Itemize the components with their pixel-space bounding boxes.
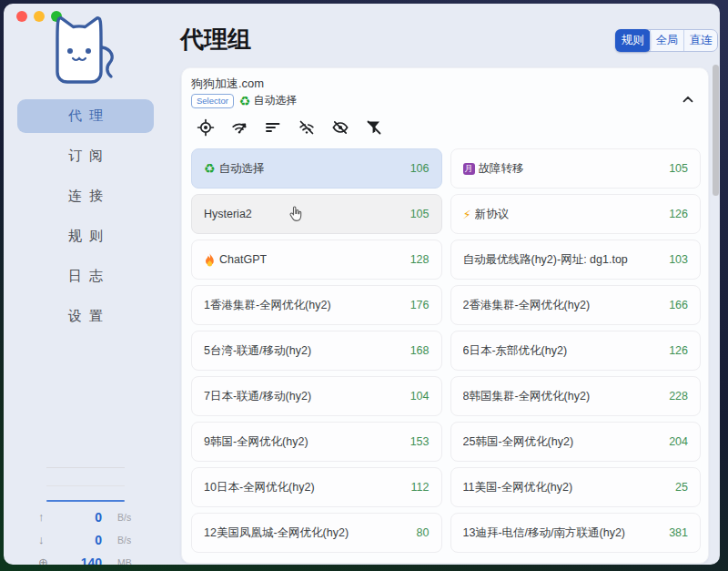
scrollbar-thumb[interactable] bbox=[713, 65, 719, 196]
proxy-name: 自动选择 bbox=[219, 161, 265, 177]
proxy-latency: 105 bbox=[410, 208, 430, 220]
speedtest-icon[interactable] bbox=[230, 118, 248, 137]
proxy-item[interactable]: ChatGPT128 bbox=[191, 240, 442, 280]
proxy-latency: 381 bbox=[669, 526, 688, 539]
recycle-icon: ♻ bbox=[239, 95, 251, 107]
proxy-name: 8韩国集群-全网优化(hy2) bbox=[463, 389, 591, 404]
proxy-latency: 25 bbox=[675, 481, 688, 494]
proxy-latency: 204 bbox=[669, 435, 688, 448]
stat-value: 0 bbox=[55, 510, 102, 525]
stat-row: ↓0B/s bbox=[38, 528, 146, 551]
proxy-item[interactable]: 10日本-全网优化(hy2)112 bbox=[191, 467, 442, 507]
proxy-item[interactable]: 25韩国-全网优化(hy2)204 bbox=[450, 422, 702, 462]
proxy-name: 12美国凤凰城-全网优化(hy2) bbox=[204, 525, 349, 541]
stat-unit: MB bbox=[117, 557, 132, 566]
stat-value: 140 bbox=[55, 556, 102, 566]
proxy-item[interactable]: 8韩国集群-全网优化(hy2)228 bbox=[450, 376, 702, 416]
group-type-badge: Selector bbox=[191, 94, 234, 108]
proxy-item[interactable]: 9韩国-全网优化(hy2)153 bbox=[191, 422, 442, 462]
proxy-grid: ♻自动选择106月故障转移105Hysteria2105⚡新协议126ChatG… bbox=[191, 148, 701, 553]
cat-logo bbox=[45, 15, 121, 93]
mode-button-全局[interactable]: 全局 bbox=[650, 30, 683, 51]
mode-button-规则[interactable]: 规则 bbox=[615, 29, 651, 52]
minimize-button[interactable] bbox=[34, 11, 45, 22]
arrow-down-icon: ↓ bbox=[38, 533, 55, 546]
page-title: 代理组 bbox=[180, 24, 251, 56]
proxy-item[interactable]: Hysteria2105 bbox=[191, 194, 442, 234]
proxy-name: 2香港集群-全网优化(hy2) bbox=[463, 298, 591, 313]
proxy-item[interactable]: 2香港集群-全网优化(hy2)166 bbox=[450, 285, 702, 325]
sidebar-item-日志[interactable]: 日志 bbox=[17, 260, 154, 293]
traffic-stats: ↑0B/s↓0B/s⊕140MB bbox=[38, 505, 146, 565]
stat-row: ↑0B/s bbox=[38, 505, 146, 528]
traffic-sparkline-grid bbox=[46, 485, 125, 486]
proxy-name: ChatGPT bbox=[219, 253, 267, 266]
filter-off-icon[interactable] bbox=[365, 118, 383, 137]
proxy-item[interactable]: 自动最优线路(hy2)-网址: dg1.top103 bbox=[450, 240, 702, 280]
close-button[interactable] bbox=[16, 11, 27, 22]
sort-icon[interactable] bbox=[264, 118, 282, 137]
proxy-item[interactable]: ⚡新协议126 bbox=[450, 194, 702, 234]
group-toolbar bbox=[197, 118, 383, 137]
proxy-latency: 166 bbox=[669, 299, 688, 311]
proxy-latency: 103 bbox=[669, 253, 688, 266]
group-selected-proxy: ♻ 自动选择 bbox=[239, 93, 298, 108]
chevron-up-icon[interactable] bbox=[682, 90, 693, 107]
purple-badge-icon: 月 bbox=[463, 163, 475, 175]
proxy-group-card: 狗狗加速.com Selector ♻ 自动选择 ♻自动选择106月故障转移10… bbox=[181, 67, 709, 564]
proxy-name: 新协议 bbox=[475, 207, 510, 222]
group-name: 狗狗加速.com bbox=[191, 76, 264, 92]
proxy-name: 5台湾-联通/移动(hy2) bbox=[204, 343, 311, 359]
stat-value: 0 bbox=[55, 533, 102, 547]
sidebar-item-设置[interactable]: 设置 bbox=[17, 300, 154, 333]
proxy-latency: 80 bbox=[417, 526, 430, 539]
proxy-name: 1香港集群-全网优化(hy2) bbox=[204, 298, 331, 313]
eye-off-icon[interactable] bbox=[331, 118, 349, 137]
proxy-name: 6日本-东部优化(hy2) bbox=[463, 343, 568, 359]
stat-row: ⊕140MB bbox=[38, 551, 146, 565]
proxy-name: 7日本-联通/移动(hy2) bbox=[204, 389, 311, 404]
proxy-latency: 176 bbox=[410, 299, 430, 311]
proxy-latency: 106 bbox=[410, 162, 430, 175]
proxy-name: 13迪拜-电信/移动/南方联通(hy2) bbox=[463, 525, 626, 541]
proxy-latency: 126 bbox=[669, 344, 688, 357]
recycle-icon: ♻ bbox=[204, 162, 216, 175]
wifi-off-icon[interactable] bbox=[298, 118, 316, 137]
locate-icon[interactable] bbox=[197, 118, 215, 137]
app-window: 代理订阅连接规则日志设置 ↑0B/s↓0B/s⊕140MB 代理组 规则全局直连… bbox=[4, 4, 720, 565]
zap-icon: ⚡ bbox=[463, 209, 471, 220]
sidebar-item-订阅[interactable]: 订阅 bbox=[17, 139, 154, 173]
sidebar-item-规则[interactable]: 规则 bbox=[17, 219, 154, 253]
group-selected-proxy-label: 自动选择 bbox=[253, 93, 297, 108]
proxy-latency: 128 bbox=[410, 253, 430, 266]
sidebar-menu: 代理订阅连接规则日志设置 bbox=[17, 99, 154, 340]
proxy-item[interactable]: 5台湾-联通/移动(hy2)168 bbox=[191, 331, 442, 371]
proxy-name: 故障转移 bbox=[479, 161, 524, 177]
sidebar-item-连接[interactable]: 连接 bbox=[17, 179, 154, 213]
proxy-item[interactable]: 1香港集群-全网优化(hy2)176 bbox=[191, 285, 442, 325]
proxy-item[interactable]: ♻自动选择106 bbox=[191, 148, 442, 189]
proxy-latency: 228 bbox=[669, 390, 688, 403]
stat-unit: B/s bbox=[117, 512, 131, 523]
proxy-name: Hysteria2 bbox=[204, 208, 252, 220]
outbound-mode-switch: 规则全局直连 bbox=[615, 29, 718, 52]
stat-unit: B/s bbox=[117, 535, 131, 546]
proxy-latency: 168 bbox=[410, 344, 430, 357]
proxy-item[interactable]: 12美国凤凰城-全网优化(hy2)80 bbox=[191, 513, 442, 553]
proxy-item[interactable]: 7日本-联通/移动(hy2)104 bbox=[191, 376, 442, 416]
proxy-name: 11美国-全网优化(hy2) bbox=[463, 480, 573, 495]
proxy-latency: 105 bbox=[669, 162, 688, 175]
proxy-item[interactable]: 月故障转移105 bbox=[450, 148, 702, 189]
traffic-sparkline-grid bbox=[46, 467, 125, 468]
proxy-item[interactable]: 11美国-全网优化(hy2)25 bbox=[450, 467, 702, 507]
proxy-name: 自动最优线路(hy2)-网址: dg1.top bbox=[463, 252, 628, 268]
sidebar-item-代理[interactable]: 代理 bbox=[17, 99, 154, 133]
proxy-name: 10日本-全网优化(hy2) bbox=[204, 480, 315, 495]
proxy-item[interactable]: 13迪拜-电信/移动/南方联通(hy2)381 bbox=[450, 513, 702, 553]
group-meta: Selector ♻ 自动选择 bbox=[191, 93, 297, 108]
mode-button-直连[interactable]: 直连 bbox=[683, 30, 717, 51]
proxy-name: 25韩国-全网优化(hy2) bbox=[463, 434, 574, 450]
proxy-latency: 126 bbox=[669, 208, 688, 220]
proxy-latency: 112 bbox=[411, 481, 430, 494]
proxy-item[interactable]: 6日本-东部优化(hy2)126 bbox=[450, 331, 702, 371]
